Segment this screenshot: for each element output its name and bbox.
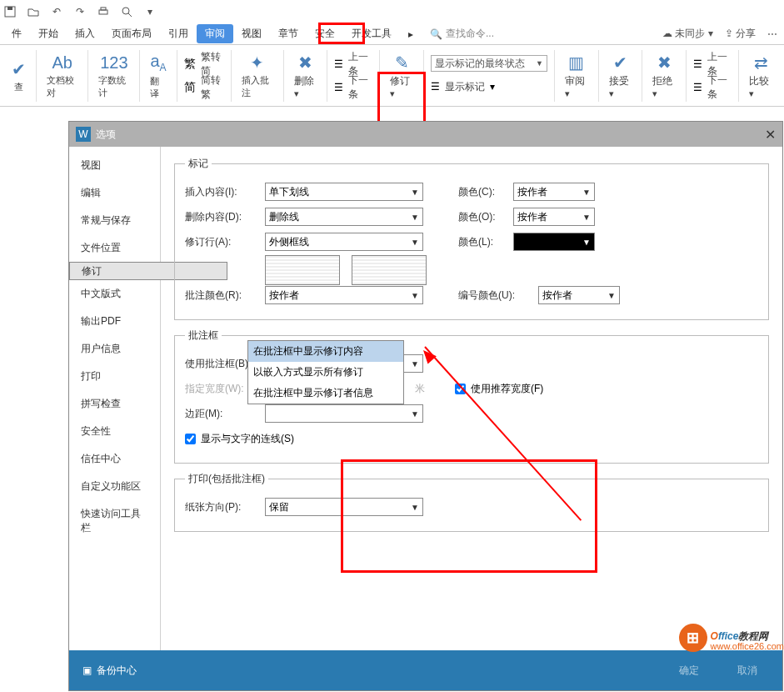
word-count-button[interactable]: 123字数统计 — [95, 52, 132, 101]
sidebar-item-trust[interactable]: 信任中心 — [69, 445, 160, 473]
quick-access-toolbar: ↶ ↷ ▾ — [0, 0, 784, 23]
review-pane-button[interactable]: ▥审阅 ▾ — [562, 51, 592, 101]
color-l-label: 颜色(L): — [458, 235, 508, 249]
svg-point-4 — [122, 8, 129, 14]
menu-sections[interactable]: 章节 — [270, 24, 307, 43]
balloon-option-1[interactable]: 在批注框中显示修订内容 — [248, 341, 403, 362]
sidebar-item-spell[interactable]: 拼写检查 — [69, 390, 160, 418]
sync-status[interactable]: ☁ 未同步 ▾ — [662, 27, 713, 41]
insert-label: 插入内容(I): — [185, 185, 260, 199]
menu-view[interactable]: 视图 — [233, 24, 270, 43]
options-sidebar: 视图 编辑 常规与保存 文件位置 修订 中文版式 输出PDF 用户信息 打印 拼… — [69, 147, 161, 650]
print-legend: 打印(包括批注框) — [185, 472, 268, 486]
options-dialog: W 选项 ✕ 视图 编辑 常规与保存 文件位置 修订 中文版式 输出PDF 用户… — [68, 121, 783, 691]
more-icon[interactable]: ▾ — [143, 5, 157, 18]
color-c-select[interactable]: 按作者▼ — [513, 183, 595, 201]
line-select[interactable]: 外侧框线▼ — [265, 233, 423, 251]
close-icon[interactable]: ✕ — [765, 127, 776, 143]
watermark: ⊞ Office教程网 www.office26.com — [679, 624, 784, 652]
prev-change-button[interactable]: ☰上一条 — [693, 54, 732, 74]
backup-center-button[interactable]: ▣ 备份中心 — [82, 664, 137, 678]
margin-label: 边距(M): — [185, 407, 260, 421]
accept-button[interactable]: ✔接受 ▾ — [606, 51, 636, 101]
chevron-down-icon: ▼ — [411, 409, 419, 419]
svg-rect-1 — [7, 7, 12, 10]
show-markup-button[interactable]: ☰显示标记 ▾ — [431, 77, 495, 97]
ribbon: ✔查 Ab文档校对 123字数统计 aA翻译 繁繁转简 简简转繁 ✦插入批注 ✖… — [0, 45, 784, 107]
translate-button[interactable]: aA翻译 — [147, 50, 169, 102]
dialog-title: 选项 — [96, 128, 116, 142]
balloon-option-3[interactable]: 在批注框中显示修订者信息 — [248, 383, 403, 404]
color-l-select[interactable]: ▼ — [513, 233, 595, 251]
reject-button[interactable]: ✖拒绝 ▾ — [649, 51, 679, 101]
display-mode-combo[interactable]: 显示标记的最终状态▼ — [431, 55, 547, 72]
sidebar-item-file-location[interactable]: 文件位置 — [69, 234, 160, 262]
color-o-select[interactable]: 按作者▼ — [513, 208, 595, 226]
show-connector-checkbox[interactable]: 显示与文字的连线(S) — [185, 432, 294, 446]
cancel-button[interactable]: 取消 — [726, 659, 769, 683]
redo-icon[interactable]: ↷ — [73, 5, 87, 18]
next-comment-button[interactable]: ☰下一条 — [334, 78, 372, 98]
sidebar-item-edit[interactable]: 编辑 — [69, 179, 160, 207]
insert-select[interactable]: 单下划线▼ — [265, 183, 423, 201]
delete-comment-button[interactable]: ✖删除 ▾ — [291, 51, 321, 101]
menu-bar: 件 开始 插入 页面布局 引用 审阅 视图 章节 安全 开发工具 ▸ 🔍 查找命… — [0, 23, 784, 45]
menu-more-icon[interactable]: ▸ — [400, 26, 422, 43]
sidebar-item-general-save[interactable]: 常规与保存 — [69, 207, 160, 234]
sidebar-item-qat[interactable]: 快速访问工具栏 — [69, 500, 160, 542]
chevron-down-icon: ▼ — [411, 359, 419, 369]
watermark-brand: Office教程网 — [711, 625, 784, 642]
simp-to-trad-button[interactable]: 简简转繁 — [184, 78, 225, 98]
doc-proof-button[interactable]: Ab文档校对 — [43, 52, 81, 101]
menu-file[interactable]: 件 — [3, 24, 30, 43]
chevron-down-icon: ▼ — [411, 238, 419, 247]
delete-select[interactable]: 删除线▼ — [265, 208, 423, 226]
svg-rect-2 — [99, 10, 107, 14]
anno-color-label: 批注颜色(R): — [185, 288, 260, 303]
menu-review[interactable]: 审阅 — [197, 24, 233, 43]
delete-label: 删除内容(D): — [185, 210, 260, 224]
undo-icon[interactable]: ↶ — [50, 5, 63, 18]
highlight-box-balloon — [341, 459, 597, 573]
menu-references[interactable]: 引用 — [160, 24, 197, 43]
sidebar-item-view[interactable]: 视图 — [69, 152, 160, 179]
insert-comment-button[interactable]: ✦插入批注 — [238, 51, 276, 101]
share-button[interactable]: ⇪ 分享 — [725, 27, 756, 41]
width-unit: 米 — [415, 382, 425, 396]
command-search[interactable]: 🔍 查找命令... — [430, 27, 494, 41]
prev-comment-button[interactable]: ☰上一条 — [334, 54, 372, 74]
sidebar-item-custom-ribbon[interactable]: 自定义功能区 — [69, 473, 160, 500]
sidebar-item-security[interactable]: 安全性 — [69, 418, 160, 445]
sidebar-item-print[interactable]: 打印 — [69, 363, 160, 390]
spellcheck-button[interactable]: ✔查 — [8, 58, 29, 95]
print-icon[interactable] — [97, 5, 110, 18]
menu-page-layout[interactable]: 页面布局 — [103, 24, 160, 43]
chevron-down-icon: ▼ — [411, 188, 419, 197]
search-icon: 🔍 — [430, 28, 442, 40]
highlight-box-revise — [377, 72, 426, 128]
margin-select[interactable]: ▼ — [265, 404, 423, 423]
dialog-footer: ▣ 备份中心 确定 取消 — [69, 650, 782, 690]
trad-to-simp-button[interactable]: 繁繁转简 — [184, 54, 225, 74]
ok-button[interactable]: 确定 — [667, 659, 711, 683]
num-color-select[interactable]: 按作者▼ — [538, 286, 620, 304]
search-placeholder: 查找命令... — [446, 27, 494, 41]
sidebar-item-user-info[interactable]: 用户信息 — [69, 335, 160, 363]
preview-icon[interactable] — [120, 5, 133, 18]
open-icon[interactable] — [27, 5, 40, 18]
anno-color-select[interactable]: 按作者▼ — [265, 286, 423, 304]
menu-insert[interactable]: 插入 — [67, 24, 103, 43]
mark-group: 标记 插入内容(I): 单下划线▼ 颜色(C): 按作者▼ 删除内容(D): 删… — [174, 157, 769, 320]
menu-home[interactable]: 开始 — [30, 24, 67, 43]
next-change-button[interactable]: ☰下一条 — [693, 78, 732, 98]
chevron-down-icon: ▼ — [582, 188, 591, 197]
num-color-label: 编号颜色(U): — [458, 288, 533, 303]
balloon-option-2[interactable]: 以嵌入方式显示所有修订 — [248, 362, 403, 383]
save-icon[interactable] — [3, 5, 17, 18]
sidebar-item-cn-layout[interactable]: 中文版式 — [69, 280, 160, 308]
compare-button[interactable]: ⇄比较 ▾ — [746, 51, 776, 101]
use-balloon-dropdown: 在批注框中显示修订内容 以嵌入方式显示所有修订 在批注框中显示修订者信息 — [247, 340, 404, 404]
chevron-down-icon: ▼ — [607, 291, 616, 300]
sidebar-item-output-pdf[interactable]: 输出PDF — [69, 308, 160, 335]
menu-overflow-icon[interactable]: ⋯ — [767, 28, 777, 40]
